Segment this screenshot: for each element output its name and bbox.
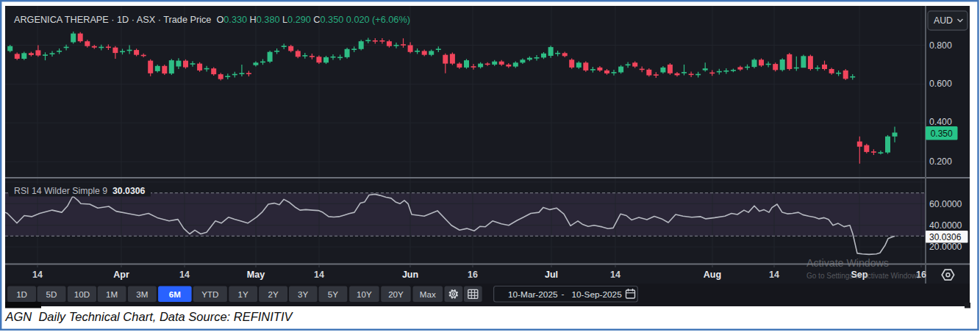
svg-text:0.350: 0.350	[931, 129, 953, 139]
svg-text:AGN Daily Technical Chart, Da: AGN Daily Technical Chart, Data Source: …	[5, 310, 294, 323]
svg-text:YTD: YTD	[201, 289, 218, 299]
svg-text:0.200: 0.200	[929, 156, 952, 167]
svg-text:Apr: Apr	[113, 270, 129, 280]
svg-text:10-Sep-2025: 10-Sep-2025	[572, 289, 623, 300]
svg-text:0.400: 0.400	[929, 117, 952, 127]
svg-text:14: 14	[32, 270, 43, 280]
svg-text:Jul: Jul	[545, 270, 558, 280]
svg-text:14: 14	[179, 270, 190, 280]
svg-text:ARGENICA THERAPE · 1D · ASX ·: ARGENICA THERAPE · 1D · ASX · Trade Pric…	[14, 15, 410, 25]
svg-text:0.800: 0.800	[929, 40, 952, 51]
svg-text:3M: 3M	[136, 289, 148, 299]
svg-text:May: May	[247, 270, 265, 280]
svg-text:5Y: 5Y	[328, 289, 338, 299]
svg-text:Jun: Jun	[402, 270, 418, 280]
svg-text:5D: 5D	[46, 289, 57, 299]
svg-text:1D: 1D	[16, 289, 27, 299]
svg-text:AUD: AUD	[934, 15, 953, 26]
svg-text:Go to Settings to activate Win: Go to Settings to activate Windows.	[806, 272, 923, 280]
svg-text:-: -	[562, 289, 565, 299]
svg-text:2Y: 2Y	[268, 289, 279, 299]
svg-text:1M: 1M	[106, 289, 118, 299]
svg-text:10D: 10D	[74, 289, 90, 299]
svg-text:40.0000: 40.0000	[929, 220, 962, 231]
svg-text:6M: 6M	[169, 289, 181, 299]
svg-text:1Y: 1Y	[238, 289, 248, 299]
svg-text:RSI 14 Wilder Simple 9 30.030: RSI 14 Wilder Simple 9 30.0306	[14, 186, 146, 196]
svg-text:20.0000: 20.0000	[929, 242, 962, 252]
svg-text:Aug: Aug	[704, 270, 721, 280]
svg-text:30.0306: 30.0306	[929, 232, 962, 242]
svg-text:16: 16	[468, 270, 478, 280]
svg-text:Activate Windows: Activate Windows	[806, 257, 889, 269]
svg-text:60.0000: 60.0000	[929, 199, 962, 209]
svg-text:3Y: 3Y	[298, 289, 308, 299]
svg-text:10-Mar-2025: 10-Mar-2025	[508, 289, 558, 300]
svg-text:0.600: 0.600	[929, 79, 952, 89]
svg-text:Max: Max	[420, 289, 436, 299]
svg-text:10Y: 10Y	[357, 289, 372, 299]
svg-text:14: 14	[314, 270, 324, 280]
svg-text:14: 14	[610, 270, 620, 280]
svg-text:14: 14	[769, 270, 779, 280]
svg-text:20Y: 20Y	[388, 289, 404, 299]
